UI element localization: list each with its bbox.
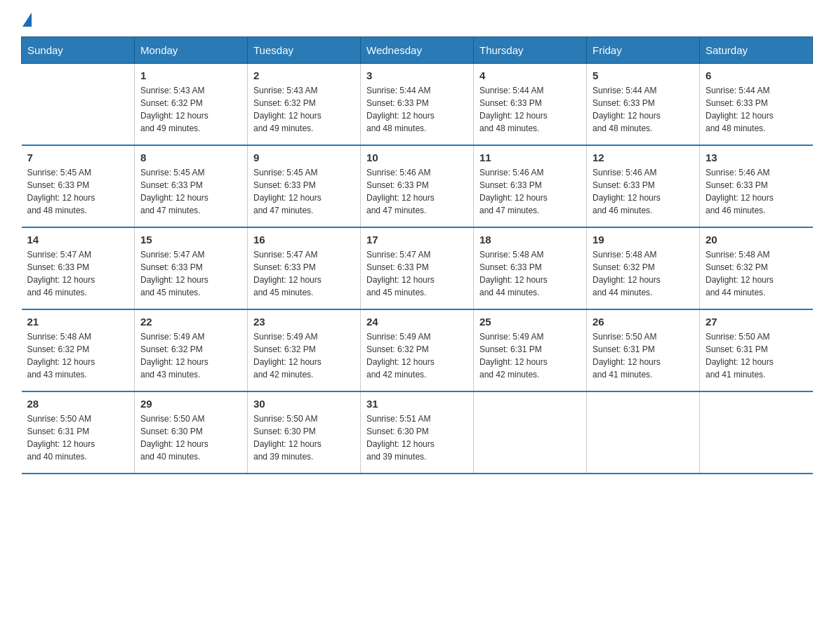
calendar-cell [700, 391, 813, 474]
weekday-header-thursday: Thursday [474, 37, 587, 64]
calendar-cell: 29Sunrise: 5:50 AM Sunset: 6:30 PM Dayli… [135, 391, 248, 474]
calendar-cell: 27Sunrise: 5:50 AM Sunset: 6:31 PM Dayli… [700, 309, 813, 391]
day-number: 11 [479, 152, 581, 163]
day-info: Sunrise: 5:49 AM Sunset: 6:31 PM Dayligh… [479, 330, 581, 381]
day-info: Sunrise: 5:45 AM Sunset: 6:33 PM Dayligh… [253, 166, 355, 217]
day-info: Sunrise: 5:50 AM Sunset: 6:31 PM Dayligh… [706, 330, 807, 381]
calendar-cell [587, 391, 700, 474]
day-info: Sunrise: 5:48 AM Sunset: 6:32 PM Dayligh… [706, 248, 807, 299]
calendar-cell: 6Sunrise: 5:44 AM Sunset: 6:33 PM Daylig… [700, 64, 813, 146]
calendar-cell: 23Sunrise: 5:49 AM Sunset: 6:32 PM Dayli… [248, 309, 361, 391]
day-number: 3 [366, 69, 468, 81]
weekday-header-monday: Monday [135, 37, 248, 64]
day-number: 4 [479, 69, 581, 81]
day-info: Sunrise: 5:43 AM Sunset: 6:32 PM Dayligh… [140, 84, 241, 135]
day-number: 8 [140, 152, 241, 163]
calendar-cell: 30Sunrise: 5:50 AM Sunset: 6:30 PM Dayli… [248, 391, 361, 474]
day-number: 12 [593, 152, 694, 163]
calendar-cell: 8Sunrise: 5:45 AM Sunset: 6:33 PM Daylig… [135, 145, 248, 227]
calendar-cell: 16Sunrise: 5:47 AM Sunset: 6:33 PM Dayli… [248, 227, 361, 309]
day-number: 19 [593, 234, 694, 246]
day-number: 1 [140, 69, 241, 81]
day-info: Sunrise: 5:46 AM Sunset: 6:33 PM Dayligh… [479, 166, 581, 217]
day-number: 2 [253, 69, 355, 81]
weekday-header-row: SundayMondayTuesdayWednesdayThursdayFrid… [22, 37, 813, 64]
day-info: Sunrise: 5:44 AM Sunset: 6:33 PM Dayligh… [593, 84, 694, 135]
day-number: 20 [706, 234, 807, 246]
calendar-cell: 19Sunrise: 5:48 AM Sunset: 6:32 PM Dayli… [587, 227, 700, 309]
calendar-cell [474, 391, 587, 474]
calendar-week-row: 14Sunrise: 5:47 AM Sunset: 6:33 PM Dayli… [22, 227, 813, 309]
calendar-cell: 20Sunrise: 5:48 AM Sunset: 6:32 PM Dayli… [700, 227, 813, 309]
weekday-header-tuesday: Tuesday [248, 37, 361, 64]
day-number: 24 [366, 316, 468, 328]
day-info: Sunrise: 5:48 AM Sunset: 6:33 PM Dayligh… [479, 248, 581, 299]
calendar-cell: 22Sunrise: 5:49 AM Sunset: 6:32 PM Dayli… [135, 309, 248, 391]
calendar-week-row: 7Sunrise: 5:45 AM Sunset: 6:33 PM Daylig… [22, 145, 813, 227]
calendar-cell: 5Sunrise: 5:44 AM Sunset: 6:33 PM Daylig… [587, 64, 700, 146]
calendar-cell: 25Sunrise: 5:49 AM Sunset: 6:31 PM Dayli… [474, 309, 587, 391]
day-info: Sunrise: 5:47 AM Sunset: 6:33 PM Dayligh… [27, 248, 129, 299]
day-number: 25 [479, 316, 581, 328]
calendar-cell: 1Sunrise: 5:43 AM Sunset: 6:32 PM Daylig… [135, 64, 248, 146]
calendar-cell: 12Sunrise: 5:46 AM Sunset: 6:33 PM Dayli… [587, 145, 700, 227]
calendar-cell: 24Sunrise: 5:49 AM Sunset: 6:32 PM Dayli… [361, 309, 474, 391]
day-number: 5 [593, 69, 694, 81]
day-info: Sunrise: 5:47 AM Sunset: 6:33 PM Dayligh… [366, 248, 468, 299]
day-info: Sunrise: 5:50 AM Sunset: 6:30 PM Dayligh… [140, 412, 241, 463]
calendar-cell: 4Sunrise: 5:44 AM Sunset: 6:33 PM Daylig… [474, 64, 587, 146]
day-number: 29 [140, 398, 241, 410]
day-info: Sunrise: 5:48 AM Sunset: 6:32 PM Dayligh… [27, 330, 129, 381]
calendar-cell: 28Sunrise: 5:50 AM Sunset: 6:31 PM Dayli… [22, 391, 135, 474]
calendar-cell: 17Sunrise: 5:47 AM Sunset: 6:33 PM Dayli… [361, 227, 474, 309]
day-info: Sunrise: 5:45 AM Sunset: 6:33 PM Dayligh… [140, 166, 241, 217]
day-info: Sunrise: 5:51 AM Sunset: 6:30 PM Dayligh… [366, 412, 468, 463]
calendar-cell: 10Sunrise: 5:46 AM Sunset: 6:33 PM Dayli… [361, 145, 474, 227]
day-info: Sunrise: 5:47 AM Sunset: 6:33 PM Dayligh… [253, 248, 355, 299]
day-number: 17 [366, 234, 468, 246]
calendar-cell: 31Sunrise: 5:51 AM Sunset: 6:30 PM Dayli… [361, 391, 474, 474]
day-info: Sunrise: 5:50 AM Sunset: 6:30 PM Dayligh… [253, 412, 355, 463]
day-number: 30 [253, 398, 355, 410]
day-info: Sunrise: 5:49 AM Sunset: 6:32 PM Dayligh… [366, 330, 468, 381]
day-number: 28 [27, 398, 129, 410]
calendar-cell: 18Sunrise: 5:48 AM Sunset: 6:33 PM Dayli… [474, 227, 587, 309]
day-info: Sunrise: 5:47 AM Sunset: 6:33 PM Dayligh… [140, 248, 241, 299]
day-info: Sunrise: 5:50 AM Sunset: 6:31 PM Dayligh… [593, 330, 694, 381]
day-number: 23 [253, 316, 355, 328]
day-number: 18 [479, 234, 581, 246]
weekday-header-friday: Friday [587, 37, 700, 64]
day-number: 14 [27, 234, 129, 246]
calendar-cell [22, 64, 135, 146]
calendar-cell: 9Sunrise: 5:45 AM Sunset: 6:33 PM Daylig… [248, 145, 361, 227]
calendar-cell: 11Sunrise: 5:46 AM Sunset: 6:33 PM Dayli… [474, 145, 587, 227]
day-info: Sunrise: 5:46 AM Sunset: 6:33 PM Dayligh… [593, 166, 694, 217]
day-info: Sunrise: 5:48 AM Sunset: 6:32 PM Dayligh… [593, 248, 694, 299]
day-info: Sunrise: 5:44 AM Sunset: 6:33 PM Dayligh… [706, 84, 807, 135]
calendar-week-row: 28Sunrise: 5:50 AM Sunset: 6:31 PM Dayli… [22, 391, 813, 474]
calendar-cell: 15Sunrise: 5:47 AM Sunset: 6:33 PM Dayli… [135, 227, 248, 309]
day-info: Sunrise: 5:45 AM Sunset: 6:33 PM Dayligh… [27, 166, 129, 217]
page-header [21, 14, 813, 22]
day-info: Sunrise: 5:44 AM Sunset: 6:33 PM Dayligh… [366, 84, 468, 135]
day-number: 9 [253, 152, 355, 163]
day-number: 21 [27, 316, 129, 328]
day-info: Sunrise: 5:50 AM Sunset: 6:31 PM Dayligh… [27, 412, 129, 463]
day-info: Sunrise: 5:44 AM Sunset: 6:33 PM Dayligh… [479, 84, 581, 135]
calendar-week-row: 1Sunrise: 5:43 AM Sunset: 6:32 PM Daylig… [22, 64, 813, 146]
day-info: Sunrise: 5:46 AM Sunset: 6:33 PM Dayligh… [366, 166, 468, 217]
day-number: 31 [366, 398, 468, 410]
day-number: 22 [140, 316, 241, 328]
day-number: 10 [366, 152, 468, 163]
calendar-cell: 13Sunrise: 5:46 AM Sunset: 6:33 PM Dayli… [700, 145, 813, 227]
calendar-cell: 21Sunrise: 5:48 AM Sunset: 6:32 PM Dayli… [22, 309, 135, 391]
calendar-week-row: 21Sunrise: 5:48 AM Sunset: 6:32 PM Dayli… [22, 309, 813, 391]
day-number: 6 [706, 69, 807, 81]
weekday-header-saturday: Saturday [700, 37, 813, 64]
calendar-table: SundayMondayTuesdayWednesdayThursdayFrid… [21, 36, 813, 474]
day-info: Sunrise: 5:43 AM Sunset: 6:32 PM Dayligh… [253, 84, 355, 135]
day-number: 7 [27, 152, 129, 163]
day-number: 26 [593, 316, 694, 328]
day-number: 15 [140, 234, 241, 246]
weekday-header-wednesday: Wednesday [361, 37, 474, 64]
